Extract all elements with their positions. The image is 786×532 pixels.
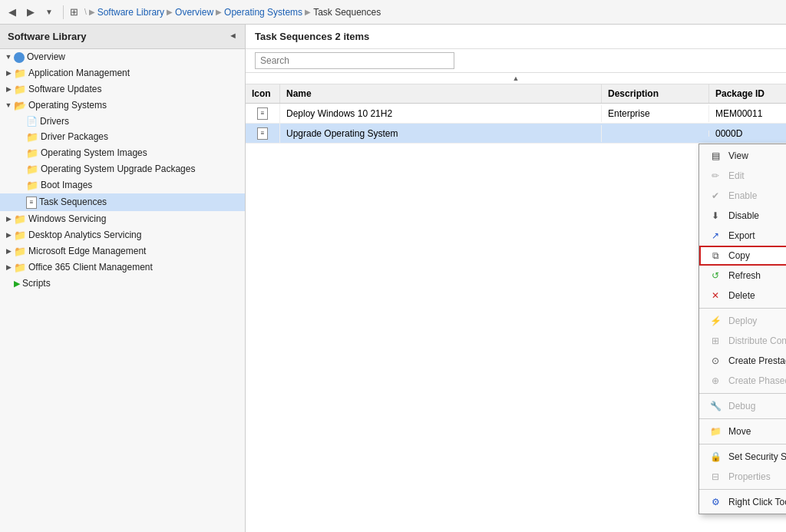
col-name-header[interactable]: Name <box>280 84 602 103</box>
ctx-separator-after-create-phased <box>699 393 786 394</box>
sidebar-title: Software Library ◄ <box>0 25 245 49</box>
expand-icon-app-mgmt[interactable]: ▶ <box>3 69 14 77</box>
back-button[interactable]: ◀ <box>5 4 20 20</box>
ctx-icon-properties: ⊟ <box>708 471 722 483</box>
breadcrumb-sep-0: \ <box>84 8 87 16</box>
search-input[interactable] <box>255 52 454 69</box>
ctx-icon-view: ▤ <box>708 150 722 162</box>
tree-label-overview: Overview <box>27 51 65 62</box>
sidebar-item-driver-pkgs[interactable]: 📁Driver Packages <box>0 129 245 145</box>
tree-label-boot-images: Boot Images <box>41 180 92 190</box>
tree-label-driver-pkgs: Driver Packages <box>41 131 108 142</box>
sidebar-item-da-servicing[interactable]: ▶📁Desktop Analytics Servicing <box>0 227 245 243</box>
tree-icon-boot-images: 📁 <box>26 180 41 191</box>
ctx-label-move: Move <box>728 426 786 437</box>
tree-icon-da-servicing: 📁 <box>14 230 28 241</box>
ctx-separator-after-debug <box>699 418 786 419</box>
sidebar-item-boot-images[interactable]: 📁Boot Images <box>0 177 245 193</box>
ctx-label-export: Export <box>728 230 786 241</box>
ctx-item-export[interactable]: ↗ Export <box>699 226 786 246</box>
col-icon-header[interactable]: Icon <box>246 84 280 103</box>
ctx-item-enable: ✔ Enable <box>699 186 786 206</box>
tree-icon-scripts: ▶ <box>14 278 22 289</box>
ctx-item-copy[interactable]: ⧉ Copy <box>699 246 786 266</box>
tree-label-drivers: Drivers <box>40 116 69 127</box>
sidebar-collapse-button[interactable]: ◄ <box>229 31 237 40</box>
sidebar-item-o365-mgmt[interactable]: ▶📁Office 365 Client Management <box>0 259 245 276</box>
sidebar-item-os-upgrade[interactable]: 📁Operating System Upgrade Packages <box>0 161 245 177</box>
ctx-item-security[interactable]: 🔒 Set Security Scopes <box>699 447 786 467</box>
ctx-item-create-content[interactable]: ⊙ Create Prestaged Content File <box>699 351 786 371</box>
sidebar-item-overview[interactable]: ▼Overview <box>0 49 245 65</box>
table-row[interactable]: ≡ Deploy Windows 10 21H2 Enterprise MEM0… <box>246 104 786 124</box>
ctx-item-distribute: ⊞ Distribute Content <box>699 331 786 351</box>
ctx-label-create-phased: Create Phased Deployment <box>728 375 786 386</box>
ctx-icon-delete: ✕ <box>708 289 722 302</box>
ctx-label-properties: Properties <box>728 471 786 482</box>
breadcrumb-os[interactable]: Operating Systems <box>224 7 302 18</box>
sidebar-item-win-servicing[interactable]: ▶📁Windows Servicing <box>0 211 245 227</box>
ctx-item-disable[interactable]: ⬇ Disable <box>699 206 786 226</box>
sidebar-item-me-mgmt[interactable]: ▶📁Microsoft Edge Management <box>0 243 245 259</box>
sort-indicator: ▲ <box>246 73 786 84</box>
sidebar-item-sw-updates[interactable]: ▶📁Software Updates <box>0 81 245 97</box>
sidebar-item-os[interactable]: ▼📂Operating Systems <box>0 97 245 114</box>
tree-icon-os: 📂 <box>14 100 28 111</box>
content-area: Task Sequences 2 items ▲ Icon Name Descr… <box>246 25 786 532</box>
sidebar-item-drivers[interactable]: 📄Drivers <box>0 114 245 129</box>
expand-icon-me-mgmt[interactable]: ▶ <box>3 247 14 255</box>
expand-icon-os[interactable]: ▼ <box>3 101 14 109</box>
row-name-1: Upgrade Operating System <box>280 125 602 142</box>
ctx-label-rct: Right Click Tools <box>728 497 786 507</box>
sidebar-item-scripts[interactable]: ▶Scripts <box>0 276 245 291</box>
ctx-item-rct[interactable]: ⚙ Right Click Tools ▶ <box>699 492 786 512</box>
sidebar-item-task-seq[interactable]: ≡Task Sequences <box>0 193 245 211</box>
expand-icon-sw-updates[interactable]: ▶ <box>3 85 14 93</box>
table-row[interactable]: ≡ Upgrade Operating System 0000D <box>246 124 786 144</box>
breadcrumb-arrow-4: ▶ <box>305 8 311 16</box>
breadcrumb: \ ▶ Software Library ▶ Overview ▶ Operat… <box>84 7 381 18</box>
row-icon-0: ≡ <box>246 104 280 123</box>
col-desc-header[interactable]: Description <box>602 84 709 103</box>
ctx-label-disable: Disable <box>728 210 786 221</box>
expand-icon-win-servicing[interactable]: ▶ <box>3 215 14 223</box>
dropdown-button[interactable]: ▼ <box>41 5 57 18</box>
ctx-icon-export: ↗ <box>708 230 722 242</box>
tree-label-da-servicing: Desktop Analytics Servicing <box>28 230 141 240</box>
sidebar-item-os-images[interactable]: 📁Operating System Images <box>0 145 245 161</box>
ctx-icon-deploy: ⚡ <box>708 315 722 327</box>
ctx-item-deploy: ⚡ Deploy <box>699 311 786 331</box>
ctx-item-refresh[interactable]: ↺ Refresh F5 <box>699 266 786 286</box>
expand-icon-overview[interactable]: ▼ <box>3 53 14 61</box>
tree-label-os-upgrade: Operating System Upgrade Packages <box>41 164 195 174</box>
tree-label-win-servicing: Windows Servicing <box>28 213 106 224</box>
row-pkg-0: MEM00011 <box>709 105 786 122</box>
ctx-label-create-content: Create Prestaged Content File <box>728 355 786 366</box>
tree-icon-drivers: 📄 <box>26 116 40 127</box>
tree-label-sw-updates: Software Updates <box>28 84 101 94</box>
breadcrumb-software-library[interactable]: Software Library <box>97 7 164 18</box>
row-desc-1 <box>602 131 709 137</box>
search-bar <box>246 49 786 73</box>
expand-icon-da-servicing[interactable]: ▶ <box>3 231 14 239</box>
ctx-icon-enable: ✔ <box>708 190 722 202</box>
sidebar-item-app-mgmt[interactable]: ▶📁Application Management <box>0 65 245 81</box>
sidebar-tree: ▼Overview▶📁Application Management▶📁Softw… <box>0 49 245 291</box>
ctx-label-debug: Debug <box>728 401 786 411</box>
breadcrumb-overview[interactable]: Overview <box>175 7 213 18</box>
table-body: ≡ Deploy Windows 10 21H2 Enterprise MEM0… <box>246 104 786 144</box>
nav-icon: ⊞ <box>70 6 78 18</box>
breadcrumb-task-sequences: Task Sequences <box>313 7 381 18</box>
tree-label-o365-mgmt: Office 365 Client Management <box>28 262 153 273</box>
ctx-icon-create-content: ⊙ <box>708 355 722 367</box>
expand-icon-o365-mgmt[interactable]: ▶ <box>3 263 14 271</box>
row-desc-0: Enterprise <box>602 105 709 122</box>
col-pkg-header[interactable]: Package ID <box>709 84 786 103</box>
ctx-item-view[interactable]: ▤ View <box>699 146 786 166</box>
forward-button[interactable]: ▶ <box>23 4 38 20</box>
ctx-label-security: Set Security Scopes <box>728 451 786 462</box>
ctx-item-move[interactable]: 📁 Move <box>699 421 786 441</box>
ctx-separator-after-delete <box>699 308 786 309</box>
tree-icon-overview <box>14 51 27 63</box>
ctx-item-delete[interactable]: ✕ Delete Delete <box>699 286 786 306</box>
